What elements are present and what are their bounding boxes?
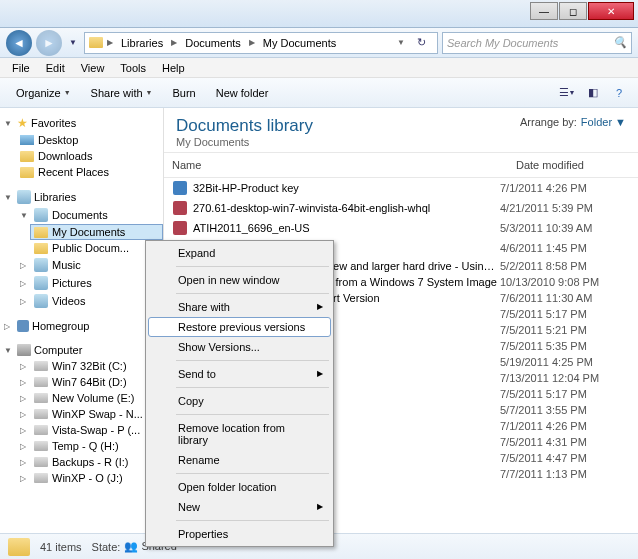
new-folder-button[interactable]: New folder xyxy=(208,83,277,103)
context-item[interactable]: Restore previous versions xyxy=(148,317,331,337)
context-item[interactable]: New▶ xyxy=(148,497,331,517)
preview-pane-button[interactable]: ◧ xyxy=(582,82,604,104)
folder-icon xyxy=(8,538,30,556)
sidebar-item-desktop[interactable]: Desktop xyxy=(16,132,163,148)
file-date: 7/6/2011 11:30 AM xyxy=(500,292,630,304)
file-date: 5/19/2011 4:25 PM xyxy=(500,356,630,368)
breadcrumb-sep[interactable]: ▶ xyxy=(105,38,115,47)
sidebar-item-drive[interactable]: ▷Backups - R (I:) xyxy=(16,454,163,470)
drive-icon xyxy=(34,457,48,467)
folder-icon xyxy=(34,227,48,238)
menu-edit[interactable]: Edit xyxy=(38,60,73,76)
breadcrumb-part[interactable]: My Documents xyxy=(259,35,340,51)
context-separator xyxy=(176,360,329,361)
sidebar-homegroup-header[interactable]: ▷ Homegroup xyxy=(0,318,163,334)
context-item[interactable]: Properties xyxy=(148,524,331,544)
file-row[interactable]: 32Bit-HP-Product key7/1/2011 4:26 PM xyxy=(164,178,638,198)
breadcrumb-part[interactable]: Documents xyxy=(181,35,245,51)
organize-button[interactable]: Organize▼ xyxy=(8,83,79,103)
burn-button[interactable]: Burn xyxy=(165,83,204,103)
breadcrumb-sep[interactable]: ▶ xyxy=(169,38,179,47)
folder-icon xyxy=(20,167,34,178)
sidebar-computer-header[interactable]: ▼ Computer xyxy=(0,342,163,358)
context-item[interactable]: Send to▶ xyxy=(148,364,331,384)
file-row[interactable]: 270.61-desktop-win7-winvista-64bit-engli… xyxy=(164,198,638,218)
share-with-button[interactable]: Share with▼ xyxy=(83,83,161,103)
sidebar-item-pictures[interactable]: ▷Pictures xyxy=(16,274,163,292)
column-date[interactable]: Date modified xyxy=(508,157,638,173)
library-title: Documents library xyxy=(176,116,313,136)
column-name[interactable]: Name xyxy=(164,157,508,173)
context-item[interactable]: Remove location from library xyxy=(148,418,331,450)
file-date: 7/5/2011 4:31 PM xyxy=(500,436,630,448)
context-item[interactable]: Copy xyxy=(148,391,331,411)
homegroup-icon xyxy=(17,320,29,332)
folder-icon xyxy=(20,151,34,162)
drive-icon xyxy=(34,393,48,403)
minimize-button[interactable]: — xyxy=(530,2,558,20)
sidebar: ▼ ★ Favorites Desktop Downloads Recent P… xyxy=(0,108,164,533)
view-options-button[interactable]: ☰ ▼ xyxy=(556,82,578,104)
menu-file[interactable]: File xyxy=(4,60,38,76)
sidebar-item-documents[interactable]: ▼Documents xyxy=(16,206,163,224)
sidebar-favorites-header[interactable]: ▼ ★ Favorites xyxy=(0,114,163,132)
file-icon xyxy=(173,201,187,215)
file-date: 5/7/2011 3:55 PM xyxy=(500,404,630,416)
sidebar-item-drive[interactable]: ▷Win7 64Bit (D:) xyxy=(16,374,163,390)
sidebar-libraries-header[interactable]: ▼ Libraries xyxy=(0,188,163,206)
file-row[interactable]: ATIH2011_6696_en-US5/3/2011 10:39 AM xyxy=(164,218,638,238)
context-item[interactable]: Share with▶ xyxy=(148,297,331,317)
sidebar-item-drive[interactable]: ▷Vista-Swap - P (... xyxy=(16,422,163,438)
sidebar-item-mydocuments[interactable]: My Documents xyxy=(30,224,163,240)
sidebar-item-publicdocs[interactable]: Public Docum... xyxy=(30,240,163,256)
sidebar-item-drive[interactable]: ▷WinXP - O (J:) xyxy=(16,470,163,486)
breadcrumb-sep[interactable]: ▶ xyxy=(247,38,257,47)
context-menu: ExpandOpen in new windowShare with▶Resto… xyxy=(145,240,334,547)
context-item[interactable]: Show Versions... xyxy=(148,337,331,357)
sidebar-item-drive[interactable]: ▷WinXP Swap - N... xyxy=(16,406,163,422)
breadcrumb-part[interactable]: Libraries xyxy=(117,35,167,51)
status-count: 41 items xyxy=(40,541,82,553)
library-icon xyxy=(34,276,48,290)
context-item[interactable]: Rename xyxy=(148,450,331,470)
context-separator xyxy=(176,293,329,294)
folder-icon xyxy=(34,243,48,254)
address-bar[interactable]: ▶ Libraries ▶ Documents ▶ My Documents ▼… xyxy=(84,32,438,54)
collapse-icon: ▼ xyxy=(4,119,14,128)
sidebar-item-drive[interactable]: ▷Win7 32Bit (C:) xyxy=(16,358,163,374)
sidebar-item-downloads[interactable]: Downloads xyxy=(16,148,163,164)
close-button[interactable]: ✕ xyxy=(588,2,634,20)
address-dropdown[interactable]: ▼ xyxy=(395,38,407,47)
maximize-button[interactable]: ◻ xyxy=(559,2,587,20)
back-button[interactable]: ◄ xyxy=(6,30,32,56)
forward-button[interactable]: ► xyxy=(36,30,62,56)
context-item[interactable]: Expand xyxy=(148,243,331,263)
menu-help[interactable]: Help xyxy=(154,60,193,76)
expand-icon: ▷ xyxy=(20,458,30,467)
sidebar-item-videos[interactable]: ▷Videos xyxy=(16,292,163,310)
submenu-arrow-icon: ▶ xyxy=(317,302,323,311)
submenu-arrow-icon: ▶ xyxy=(317,502,323,511)
arrange-label: Arrange by: xyxy=(520,116,577,128)
search-icon: 🔍 xyxy=(613,36,627,49)
search-placeholder: Search My Documents xyxy=(447,37,558,49)
menu-view[interactable]: View xyxy=(73,60,113,76)
library-icon xyxy=(34,258,48,272)
refresh-button[interactable]: ↻ xyxy=(409,36,433,49)
sidebar-item-drive[interactable]: ▷Temp - Q (H:) xyxy=(16,438,163,454)
menu-tools[interactable]: Tools xyxy=(112,60,154,76)
search-input[interactable]: Search My Documents 🔍 xyxy=(442,32,632,54)
expand-icon: ▷ xyxy=(20,394,30,403)
help-button[interactable]: ? xyxy=(608,82,630,104)
sidebar-item-drive[interactable]: ▷New Volume (E:) xyxy=(16,390,163,406)
context-item[interactable]: Open folder location xyxy=(148,477,331,497)
context-item[interactable]: Open in new window xyxy=(148,270,331,290)
history-dropdown[interactable]: ▼ xyxy=(66,33,80,53)
folder-icon xyxy=(89,37,103,48)
sidebar-item-music[interactable]: ▷Music xyxy=(16,256,163,274)
sidebar-item-recent[interactable]: Recent Places xyxy=(16,164,163,180)
file-date: 4/6/2011 1:45 PM xyxy=(500,242,630,254)
star-icon: ★ xyxy=(17,116,28,130)
arrange-value[interactable]: Folder ▼ xyxy=(581,116,626,128)
context-separator xyxy=(176,520,329,521)
